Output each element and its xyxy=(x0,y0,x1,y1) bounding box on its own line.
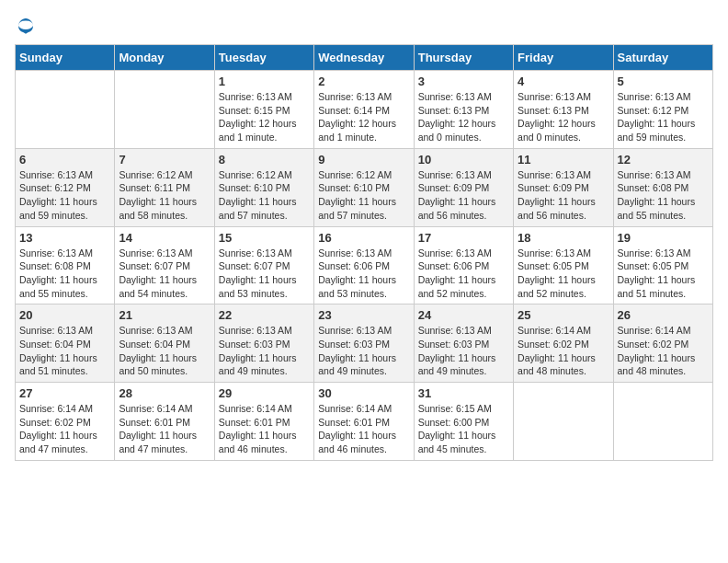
day-number: 23 xyxy=(318,308,409,322)
weekday-header-saturday: Saturday xyxy=(613,45,712,71)
day-number: 4 xyxy=(518,75,609,88)
day-info: Sunrise: 6:13 AMSunset: 6:07 PMDaylight:… xyxy=(119,247,210,301)
page-header xyxy=(15,15,713,37)
day-number: 3 xyxy=(418,75,509,88)
calendar-cell: 10Sunrise: 6:13 AMSunset: 6:09 PMDayligh… xyxy=(414,148,513,226)
weekday-header-sunday: Sunday xyxy=(16,45,115,71)
day-info: Sunrise: 6:14 AMSunset: 6:02 PMDaylight:… xyxy=(518,324,609,378)
calendar-cell: 9Sunrise: 6:12 AMSunset: 6:10 PMDaylight… xyxy=(314,148,414,226)
day-number: 18 xyxy=(518,231,609,245)
day-info: Sunrise: 6:12 AMSunset: 6:11 PMDaylight:… xyxy=(119,168,210,223)
day-info: Sunrise: 6:13 AMSunset: 6:13 PMDaylight:… xyxy=(518,90,609,144)
calendar-cell: 7Sunrise: 6:12 AMSunset: 6:11 PMDaylight… xyxy=(115,148,214,226)
calendar-cell: 3Sunrise: 6:13 AMSunset: 6:13 PMDaylight… xyxy=(414,71,513,149)
calendar-cell: 19Sunrise: 6:13 AMSunset: 6:05 PMDayligh… xyxy=(613,226,712,304)
calendar-cell: 6Sunrise: 6:13 AMSunset: 6:12 PMDaylight… xyxy=(16,148,115,226)
logo xyxy=(15,15,40,37)
calendar-week-3: 13Sunrise: 6:13 AMSunset: 6:08 PMDayligh… xyxy=(16,226,713,304)
day-number: 19 xyxy=(618,231,709,245)
calendar-cell: 22Sunrise: 6:13 AMSunset: 6:03 PMDayligh… xyxy=(214,304,313,383)
calendar-cell xyxy=(115,71,214,149)
weekday-header-monday: Monday xyxy=(115,45,214,71)
calendar-cell: 11Sunrise: 6:13 AMSunset: 6:09 PMDayligh… xyxy=(514,148,613,226)
calendar-cell xyxy=(613,383,712,461)
calendar-cell: 28Sunrise: 6:14 AMSunset: 6:01 PMDayligh… xyxy=(115,383,214,461)
day-number: 13 xyxy=(19,231,110,245)
calendar-week-5: 27Sunrise: 6:14 AMSunset: 6:02 PMDayligh… xyxy=(16,383,713,461)
weekday-header-tuesday: Tuesday xyxy=(214,45,313,71)
calendar-cell: 2Sunrise: 6:13 AMSunset: 6:14 PMDaylight… xyxy=(314,71,414,149)
calendar-cell: 4Sunrise: 6:13 AMSunset: 6:13 PMDaylight… xyxy=(514,71,613,149)
day-number: 1 xyxy=(219,75,310,88)
calendar-cell: 30Sunrise: 6:14 AMSunset: 6:01 PMDayligh… xyxy=(314,383,414,461)
day-info: Sunrise: 6:12 AMSunset: 6:10 PMDaylight:… xyxy=(318,168,409,223)
calendar-cell: 31Sunrise: 6:15 AMSunset: 6:00 PMDayligh… xyxy=(414,383,513,461)
day-info: Sunrise: 6:13 AMSunset: 6:06 PMDaylight:… xyxy=(318,247,409,301)
day-number: 25 xyxy=(518,308,609,322)
calendar-week-1: 1Sunrise: 6:13 AMSunset: 6:15 PMDaylight… xyxy=(16,71,713,149)
day-number: 31 xyxy=(418,386,509,400)
day-number: 8 xyxy=(219,153,310,167)
day-info: Sunrise: 6:14 AMSunset: 6:02 PMDaylight:… xyxy=(618,324,709,378)
calendar-cell xyxy=(16,71,115,149)
weekday-header-friday: Friday xyxy=(514,45,613,71)
day-number: 17 xyxy=(418,231,509,245)
calendar-cell: 1Sunrise: 6:13 AMSunset: 6:15 PMDaylight… xyxy=(214,71,313,149)
calendar-week-2: 6Sunrise: 6:13 AMSunset: 6:12 PMDaylight… xyxy=(16,148,713,226)
day-number: 5 xyxy=(618,75,709,88)
calendar-cell: 21Sunrise: 6:13 AMSunset: 6:04 PMDayligh… xyxy=(115,304,214,383)
day-number: 21 xyxy=(119,308,210,322)
day-info: Sunrise: 6:14 AMSunset: 6:01 PMDaylight:… xyxy=(119,402,210,456)
day-number: 30 xyxy=(318,386,409,400)
day-info: Sunrise: 6:13 AMSunset: 6:05 PMDaylight:… xyxy=(618,247,709,301)
calendar-cell: 25Sunrise: 6:14 AMSunset: 6:02 PMDayligh… xyxy=(514,304,613,383)
day-info: Sunrise: 6:15 AMSunset: 6:00 PMDaylight:… xyxy=(418,402,509,456)
day-info: Sunrise: 6:14 AMSunset: 6:01 PMDaylight:… xyxy=(318,402,409,456)
day-info: Sunrise: 6:13 AMSunset: 6:09 PMDaylight:… xyxy=(518,168,609,223)
calendar-table: SundayMondayTuesdayWednesdayThursdayFrid… xyxy=(15,44,713,461)
calendar-cell: 29Sunrise: 6:14 AMSunset: 6:01 PMDayligh… xyxy=(214,383,313,461)
day-number: 16 xyxy=(318,231,409,245)
calendar-cell: 8Sunrise: 6:12 AMSunset: 6:10 PMDaylight… xyxy=(214,148,313,226)
calendar-cell: 18Sunrise: 6:13 AMSunset: 6:05 PMDayligh… xyxy=(514,226,613,304)
day-number: 22 xyxy=(219,308,310,322)
calendar-cell: 17Sunrise: 6:13 AMSunset: 6:06 PMDayligh… xyxy=(414,226,513,304)
day-number: 9 xyxy=(318,153,409,167)
day-info: Sunrise: 6:13 AMSunset: 6:06 PMDaylight:… xyxy=(418,247,509,301)
day-number: 11 xyxy=(518,153,609,167)
day-info: Sunrise: 6:13 AMSunset: 6:08 PMDaylight:… xyxy=(19,247,110,301)
day-number: 15 xyxy=(219,231,310,245)
day-info: Sunrise: 6:13 AMSunset: 6:15 PMDaylight:… xyxy=(219,90,310,144)
day-info: Sunrise: 6:13 AMSunset: 6:04 PMDaylight:… xyxy=(19,324,110,378)
day-info: Sunrise: 6:13 AMSunset: 6:13 PMDaylight:… xyxy=(418,90,509,144)
day-number: 20 xyxy=(19,308,110,322)
day-info: Sunrise: 6:13 AMSunset: 6:03 PMDaylight:… xyxy=(318,324,409,378)
day-number: 10 xyxy=(418,153,509,167)
calendar-cell: 26Sunrise: 6:14 AMSunset: 6:02 PMDayligh… xyxy=(613,304,712,383)
day-number: 28 xyxy=(119,386,210,400)
calendar-cell: 5Sunrise: 6:13 AMSunset: 6:12 PMDaylight… xyxy=(613,71,712,149)
calendar-cell: 13Sunrise: 6:13 AMSunset: 6:08 PMDayligh… xyxy=(16,226,115,304)
calendar-cell: 24Sunrise: 6:13 AMSunset: 6:03 PMDayligh… xyxy=(414,304,513,383)
day-number: 24 xyxy=(418,308,509,322)
calendar-cell: 20Sunrise: 6:13 AMSunset: 6:04 PMDayligh… xyxy=(16,304,115,383)
day-info: Sunrise: 6:14 AMSunset: 6:01 PMDaylight:… xyxy=(219,402,310,456)
day-number: 6 xyxy=(19,153,110,167)
calendar-week-4: 20Sunrise: 6:13 AMSunset: 6:04 PMDayligh… xyxy=(16,304,713,383)
day-number: 26 xyxy=(618,308,709,322)
weekday-header-wednesday: Wednesday xyxy=(314,45,414,71)
day-info: Sunrise: 6:13 AMSunset: 6:12 PMDaylight:… xyxy=(19,168,110,223)
day-info: Sunrise: 6:13 AMSunset: 6:04 PMDaylight:… xyxy=(119,324,210,378)
calendar-cell: 14Sunrise: 6:13 AMSunset: 6:07 PMDayligh… xyxy=(115,226,214,304)
day-number: 14 xyxy=(119,231,210,245)
day-number: 12 xyxy=(618,153,709,167)
day-info: Sunrise: 6:13 AMSunset: 6:05 PMDaylight:… xyxy=(518,247,609,301)
calendar-cell: 27Sunrise: 6:14 AMSunset: 6:02 PMDayligh… xyxy=(16,383,115,461)
calendar-cell: 12Sunrise: 6:13 AMSunset: 6:08 PMDayligh… xyxy=(613,148,712,226)
day-number: 29 xyxy=(219,386,310,400)
day-number: 7 xyxy=(119,153,210,167)
calendar-header-row: SundayMondayTuesdayWednesdayThursdayFrid… xyxy=(16,45,713,71)
day-info: Sunrise: 6:13 AMSunset: 6:12 PMDaylight:… xyxy=(618,90,709,144)
calendar-cell: 16Sunrise: 6:13 AMSunset: 6:06 PMDayligh… xyxy=(314,226,414,304)
day-number: 27 xyxy=(19,386,110,400)
